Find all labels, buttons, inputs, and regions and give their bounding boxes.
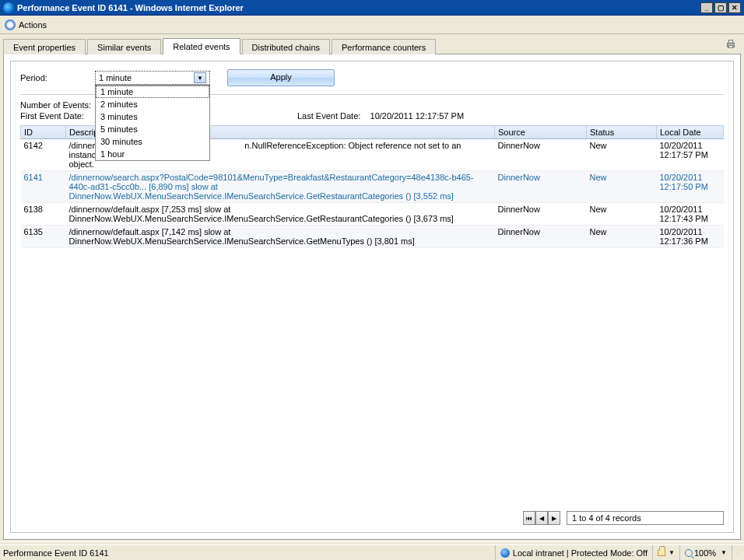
- status-page-name: Performance Event ID 6141: [0, 545, 280, 560]
- zoom-text: 100%: [694, 548, 716, 558]
- last-event-date-label: Last Event Date:: [297, 111, 360, 121]
- period-option[interactable]: 1 minute: [96, 86, 209, 98]
- svg-line-4: [739, 553, 739, 554]
- svg-rect-2: [728, 46, 732, 48]
- cell-description: /dinnernow/default.aspx [7,142 ms] slow …: [66, 226, 495, 248]
- cell-status: New: [587, 203, 657, 226]
- padlock-icon: [658, 550, 665, 556]
- cell-description: /dinnernow/default.aspx [7,253 ms] slow …: [66, 203, 495, 226]
- status-bar: Performance Event ID 6141 Local intranet…: [0, 544, 744, 560]
- cell-source: DinnerNow: [495, 171, 587, 203]
- period-option[interactable]: 1 hour: [96, 148, 209, 160]
- cell-date: 10/20/2011 12:17:43 PM: [657, 203, 724, 226]
- period-value: 1 minute: [99, 73, 132, 82]
- pager-first-button[interactable]: ⏮: [523, 511, 535, 525]
- content-panel: Period: 1 minute ▼ 1 minute 2 minutes 3 …: [3, 54, 741, 540]
- cell-date: 10/20/2011 12:17:57 PM: [657, 139, 724, 171]
- tab-performance-counters[interactable]: Performance counters: [332, 39, 436, 54]
- pager-prev-button[interactable]: ◀: [535, 511, 548, 525]
- col-source[interactable]: Source: [495, 126, 587, 139]
- tab-distributed-chains[interactable]: Distributed chains: [242, 39, 330, 54]
- tab-label: Similar events: [97, 43, 151, 52]
- cell-id: 6135: [21, 226, 66, 248]
- close-button[interactable]: ✕: [728, 2, 741, 13]
- cell-source: DinnerNow: [495, 139, 587, 171]
- tab-label: Related events: [173, 42, 230, 51]
- period-select[interactable]: 1 minute ▼ 1 minute 2 minutes 3 minutes …: [95, 71, 210, 85]
- actions-label[interactable]: Actions: [19, 20, 47, 30]
- inner-box: Period: 1 minute ▼ 1 minute 2 minutes 3 …: [10, 61, 734, 533]
- resize-grip[interactable]: [732, 545, 744, 560]
- cell-status: New: [587, 171, 657, 203]
- cell-status: New: [587, 226, 657, 248]
- chevron-down-icon: ▼: [669, 549, 675, 556]
- cell-source: DinnerNow: [495, 203, 587, 226]
- cell-source: DinnerNow: [495, 226, 587, 248]
- period-dropdown: 1 minute 2 minutes 3 minutes 5 minutes 3…: [95, 85, 210, 161]
- last-event-date-value: 10/20/2011 12:17:57 PM: [370, 111, 464, 121]
- status-zoom[interactable]: 100% ▼: [679, 545, 732, 560]
- minimize-button[interactable]: _: [700, 2, 713, 13]
- window-title-bar: Performance Event ID 6141 - Windows Inte…: [0, 0, 744, 16]
- events-table-wrap: ID Description Source Status Local Date …: [20, 125, 724, 506]
- pager-next-button[interactable]: ▶: [548, 511, 560, 525]
- security-zone-text: Local intranet | Protected Mode: Off: [513, 548, 647, 558]
- filter-row: Period: 1 minute ▼ 1 minute 2 minutes 3 …: [20, 69, 724, 86]
- period-option[interactable]: 3 minutes: [96, 110, 209, 123]
- pager-summary: 1 to 4 of 4 records: [567, 511, 724, 525]
- window-title: Performance Event ID 6141 - Windows Inte…: [17, 3, 700, 12]
- cell-id: 6142: [21, 139, 66, 171]
- svg-line-3: [738, 552, 739, 554]
- tab-label: Event properties: [13, 43, 75, 52]
- table-row[interactable]: 6135 /dinnernow/default.aspx [7,142 ms] …: [21, 226, 724, 248]
- apply-button[interactable]: Apply: [227, 69, 335, 86]
- pager: ⏮ ◀ ▶ 1 to 4 of 4 records: [20, 506, 724, 526]
- globe-icon: [500, 548, 510, 558]
- main-area: Event properties Similar events Related …: [0, 34, 744, 541]
- col-status[interactable]: Status: [587, 126, 657, 139]
- print-icon[interactable]: [725, 39, 738, 51]
- chevron-down-icon: ▼: [721, 549, 727, 556]
- period-label: Period:: [20, 73, 95, 82]
- cell-status: New: [587, 139, 657, 171]
- tab-strip: Event properties Similar events Related …: [3, 37, 741, 54]
- gear-icon: [5, 19, 16, 30]
- col-local-date[interactable]: Local Date: [657, 126, 724, 139]
- col-id[interactable]: ID: [21, 126, 66, 139]
- cell-date: 10/20/2011 12:17:50 PM: [657, 171, 724, 203]
- table-row[interactable]: 6141 /dinnernow/search.aspx?PostalCode=9…: [21, 171, 724, 203]
- period-option[interactable]: 30 minutes: [96, 135, 209, 148]
- apply-label: Apply: [270, 72, 292, 82]
- ie-icon: [3, 2, 14, 13]
- maximize-button[interactable]: ▢: [714, 2, 727, 13]
- tab-label: Performance counters: [342, 43, 426, 52]
- cell-id: 6138: [21, 203, 66, 226]
- svg-rect-1: [728, 40, 732, 44]
- tab-label: Distributed chains: [252, 43, 320, 52]
- period-option[interactable]: 5 minutes: [96, 123, 209, 135]
- cell-description: /dinnernow/search.aspx?PostalCode=98101&…: [66, 171, 495, 203]
- period-option[interactable]: 2 minutes: [96, 98, 209, 110]
- cell-date: 10/20/2011 12:17:36 PM: [657, 226, 724, 248]
- status-security-zone[interactable]: Local intranet | Protected Mode: Off: [495, 545, 652, 560]
- zoom-icon: [685, 549, 693, 557]
- status-protected-mode-icon[interactable]: ▼: [652, 545, 679, 560]
- actions-toolbar: Actions: [0, 16, 744, 34]
- tab-similar-events[interactable]: Similar events: [87, 39, 161, 54]
- tab-event-properties[interactable]: Event properties: [3, 39, 86, 54]
- chevron-down-icon[interactable]: ▼: [194, 72, 206, 83]
- cell-id: 6141: [21, 171, 66, 203]
- tab-related-events[interactable]: Related events: [163, 38, 240, 54]
- table-row[interactable]: 6138 /dinnernow/default.aspx [7,253 ms] …: [21, 203, 724, 226]
